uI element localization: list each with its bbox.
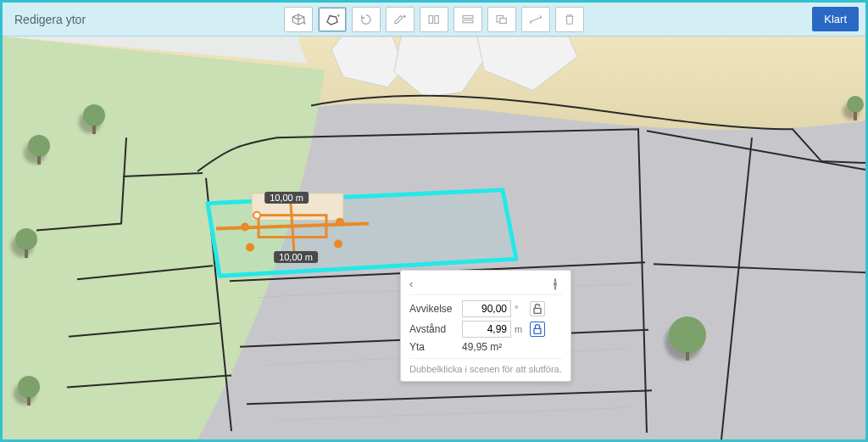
align-panels-icon bbox=[426, 13, 442, 26]
back-icon[interactable]: ‹ bbox=[409, 278, 413, 290]
polygon-plus-icon: + bbox=[325, 13, 340, 26]
tree-icon bbox=[15, 228, 37, 250]
svg-rect-5 bbox=[463, 15, 473, 18]
rotate-icon bbox=[359, 13, 374, 26]
svg-text:+: + bbox=[303, 19, 306, 25]
measure-top-label: 10,00 m bbox=[264, 192, 309, 204]
deviation-label: Avvikelse bbox=[409, 303, 459, 315]
area-value: 49,95 m² bbox=[462, 341, 562, 353]
svg-rect-3 bbox=[429, 15, 433, 23]
deviation-lock-icon[interactable] bbox=[530, 301, 545, 316]
area-label: Yta bbox=[409, 341, 459, 353]
tree-icon bbox=[83, 104, 105, 126]
distribute-tool[interactable] bbox=[453, 7, 482, 32]
align-tool[interactable] bbox=[420, 7, 448, 32]
svg-point-17 bbox=[246, 243, 254, 251]
svg-point-18 bbox=[253, 212, 260, 219]
deviation-input[interactable] bbox=[462, 300, 511, 317]
tree-icon bbox=[669, 316, 706, 354]
dimension-icon bbox=[528, 13, 543, 26]
svg-point-2 bbox=[403, 14, 406, 17]
duplicate-tool[interactable] bbox=[487, 7, 516, 32]
tree-icon bbox=[847, 96, 864, 113]
svg-point-15 bbox=[336, 218, 344, 227]
scene-view[interactable]: 10,00 m 10,00 m ‹ Avvikelse ° bbox=[3, 36, 865, 439]
overlap-icon bbox=[494, 13, 509, 26]
svg-point-16 bbox=[334, 239, 342, 248]
stack-icon bbox=[460, 13, 476, 26]
add-shape-tool[interactable]: + bbox=[284, 7, 313, 32]
page-title: Redigera ytor bbox=[14, 13, 86, 26]
svg-point-14 bbox=[241, 223, 249, 232]
distance-input[interactable] bbox=[462, 321, 511, 338]
delete-tool[interactable] bbox=[555, 7, 584, 32]
cube-plus-icon: + bbox=[291, 13, 306, 26]
properties-panel: ‹ Avvikelse ° Avstånd m bbox=[400, 270, 571, 382]
deviation-unit: ° bbox=[515, 304, 526, 314]
svg-rect-8 bbox=[500, 18, 507, 23]
trash-icon bbox=[562, 13, 577, 26]
svg-text:+: + bbox=[337, 13, 340, 20]
svg-rect-21 bbox=[534, 328, 541, 333]
rotate-tool[interactable] bbox=[352, 7, 381, 32]
edit-pencil-icon bbox=[392, 13, 408, 26]
edit-vertex-tool[interactable] bbox=[386, 7, 415, 32]
freehand-tool[interactable]: + bbox=[318, 7, 347, 32]
top-bar: Redigera ytor + + bbox=[3, 3, 865, 36]
toolbar: + + bbox=[284, 7, 584, 32]
svg-rect-20 bbox=[534, 308, 541, 313]
distance-label: Avstånd bbox=[409, 323, 459, 335]
svg-point-19 bbox=[554, 283, 557, 286]
svg-rect-6 bbox=[463, 20, 473, 22]
panel-header: ‹ bbox=[409, 277, 562, 295]
tree-icon bbox=[18, 376, 40, 398]
measure-bottom-label: 10,00 m bbox=[274, 251, 318, 263]
app-frame: Redigera ytor + + bbox=[0, 0, 868, 442]
panel-hint: Dubbelklicka i scenen för att slutföra. bbox=[409, 358, 562, 374]
svg-rect-4 bbox=[435, 15, 439, 23]
distance-lock-icon[interactable] bbox=[530, 322, 545, 337]
compass-icon[interactable] bbox=[548, 277, 562, 291]
distance-unit: m bbox=[515, 324, 526, 334]
tree-icon bbox=[28, 135, 50, 157]
measure-tool[interactable] bbox=[521, 7, 550, 32]
done-button[interactable]: Klart bbox=[812, 7, 859, 31]
